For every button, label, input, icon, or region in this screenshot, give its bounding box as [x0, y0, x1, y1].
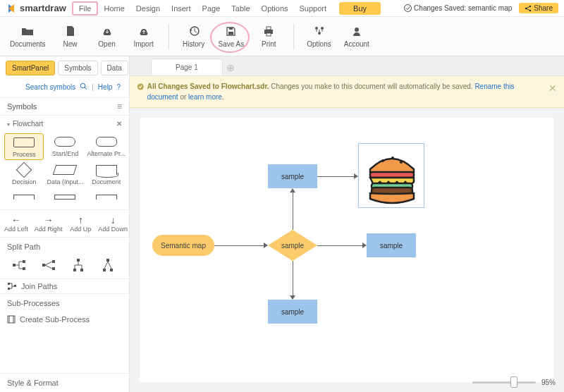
symbols-header-label: Symbols: [7, 102, 37, 111]
category-row[interactable]: ▾Flowchart ✕: [0, 116, 129, 132]
tool-account[interactable]: Account: [344, 25, 369, 48]
notice-body: Changes you make to this document will a…: [271, 82, 472, 90]
save-status: Changes Saved: semantic map: [404, 4, 512, 12]
svg-rect-25: [73, 269, 76, 271]
hamburger-icon[interactable]: ≡: [117, 102, 122, 111]
help-link[interactable]: Help: [98, 83, 113, 91]
shape-startend[interactable]: Start/End: [45, 133, 85, 160]
menu-home[interactable]: Home: [98, 1, 130, 16]
tab-symbols[interactable]: Symbols: [58, 61, 97, 75]
svg-point-2: [405, 5, 412, 12]
search-icon[interactable]: [80, 82, 87, 92]
menu-design[interactable]: Design: [130, 1, 166, 16]
join-paths-row[interactable]: Join Paths: [0, 278, 129, 293]
shape-process[interactable]: Process: [4, 133, 44, 160]
menu-support[interactable]: Support: [294, 1, 333, 16]
arrowhead-icon: [354, 173, 358, 179]
split-type-2[interactable]: [41, 257, 56, 273]
tool-options[interactable]: Options: [307, 25, 331, 48]
flow-decision[interactable]: sample: [268, 230, 317, 261]
toolbar: Documents New Open Import History Save A…: [0, 17, 564, 56]
svg-point-15: [355, 27, 359, 32]
zoom-slider[interactable]: [472, 381, 536, 384]
svg-rect-10: [266, 27, 271, 30]
shape-data[interactable]: Data (Input...: [45, 161, 85, 187]
svg-rect-27: [106, 259, 109, 262]
add-up[interactable]: ↑Add Up: [65, 210, 97, 237]
flow-label: sample: [380, 242, 403, 250]
flow-bottom-box[interactable]: sample: [268, 300, 317, 324]
tool-saveas[interactable]: Save As: [219, 25, 245, 48]
shape-extra1[interactable]: [4, 188, 44, 207]
buy-button[interactable]: Buy: [339, 2, 381, 15]
tool-label: Save As: [219, 40, 245, 48]
menu-table[interactable]: Table: [226, 1, 255, 16]
tool-history[interactable]: History: [182, 25, 206, 48]
flow-top-box[interactable]: sample: [268, 164, 317, 188]
logo-text: smartdraw: [20, 3, 66, 13]
shape-extra3[interactable]: [87, 188, 126, 207]
add-down[interactable]: ↓Add Down: [97, 210, 129, 237]
svg-rect-18: [13, 264, 16, 267]
tool-documents[interactable]: Documents: [10, 25, 46, 48]
shape-extra2[interactable]: [45, 188, 85, 207]
tool-open[interactable]: Open: [95, 25, 119, 48]
svg-rect-32: [14, 285, 16, 287]
svg-point-4: [529, 5, 532, 7]
shape-label: Document: [92, 178, 121, 185]
cloud-up-icon: [137, 25, 150, 37]
flow-right-box[interactable]: sample: [367, 233, 416, 257]
tool-print[interactable]: Print: [257, 25, 281, 48]
search-row: Search symbols | Help ?: [0, 80, 129, 97]
notice-lead: All Changes Saved to Flowchart.sdr.: [147, 82, 269, 90]
search-symbols-link[interactable]: Search symbols: [25, 83, 75, 91]
flow-start[interactable]: Semantic map: [152, 235, 214, 256]
menu-file[interactable]: File: [72, 1, 99, 16]
shape-altprocess[interactable]: Alternate Pr...: [87, 133, 126, 160]
panel-tabs: SmartPanel Symbols Data ✕: [0, 56, 129, 80]
create-subprocess-row[interactable]: Create Sub-Process: [0, 312, 129, 326]
arrowhead-icon: [290, 295, 295, 300]
menu-insert[interactable]: Insert: [166, 1, 197, 16]
learn-more-link[interactable]: learn more: [188, 93, 222, 101]
tab-smartpanel[interactable]: SmartPanel: [6, 61, 55, 75]
shape-document[interactable]: Document: [87, 161, 126, 187]
canvas-side: Page 1 ⊕ All Changes Saved to Flowchart.…: [130, 56, 564, 392]
arrowhead-icon: [290, 188, 295, 192]
share-button[interactable]: Share: [519, 3, 558, 13]
arrow-left-icon: ←: [11, 214, 21, 226]
tool-label: Print: [262, 40, 276, 48]
add-page-button[interactable]: ⊕: [223, 62, 238, 75]
add-left[interactable]: ←Add Left: [0, 210, 32, 237]
add-right[interactable]: →Add Right: [32, 210, 65, 237]
page-tab-1[interactable]: Page 1: [151, 59, 223, 75]
zoom-thumb[interactable]: [510, 376, 517, 388]
subprocess-header: Sub-Processes: [0, 293, 129, 312]
svg-rect-8: [229, 27, 233, 30]
close-icon[interactable]: ✕: [548, 81, 557, 102]
shape-decision[interactable]: Decision: [4, 161, 44, 187]
svg-rect-21: [42, 264, 45, 267]
notice-dot: .: [222, 93, 224, 101]
arrowhead-icon: [264, 243, 268, 248]
menu-options[interactable]: Options: [256, 1, 294, 16]
tool-import[interactable]: Import: [132, 25, 156, 48]
split-type-3[interactable]: [70, 257, 86, 273]
svg-rect-29: [110, 269, 113, 271]
svg-point-5: [529, 9, 532, 11]
tab-data[interactable]: Data: [101, 61, 128, 75]
tool-new[interactable]: New: [59, 25, 82, 48]
split-type-4[interactable]: [100, 257, 116, 273]
split-type-1[interactable]: [11, 257, 27, 273]
shape-label: Process: [13, 151, 36, 158]
svg-point-38: [391, 157, 394, 159]
arr-label: Add Right: [35, 226, 63, 233]
help-icon[interactable]: ?: [116, 83, 121, 91]
menu-page[interactable]: Page: [197, 1, 226, 16]
svg-point-39: [400, 161, 403, 164]
flow-image[interactable]: [358, 143, 424, 208]
tool-label: Import: [133, 40, 153, 48]
app-logo[interactable]: smartdraw: [6, 3, 66, 14]
canvas[interactable]: sample sample sample Semantic map sample: [140, 118, 554, 382]
category-close-icon[interactable]: ✕: [116, 120, 122, 128]
